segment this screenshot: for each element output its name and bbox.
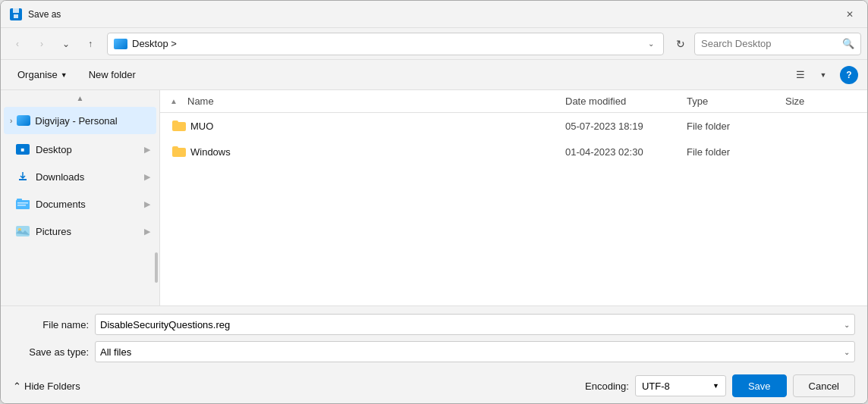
col-name-header[interactable]: Name [181, 96, 565, 107]
back-icon: ‹ [16, 39, 19, 49]
save-type-dropdown[interactable]: All files ⌄ [95, 341, 855, 362]
svg-rect-5 [17, 202, 28, 204]
svg-rect-2 [14, 14, 18, 18]
pin-icon: ▶ [144, 172, 150, 182]
svg-rect-1 [13, 8, 19, 13]
cancel-button[interactable]: Cancel [793, 374, 855, 397]
folder-icon [172, 121, 186, 131]
view-button[interactable]: ☰ [790, 64, 811, 86]
file-name-windows: Windows [166, 146, 565, 158]
documents-icon [16, 199, 30, 209]
close-icon: ✕ [846, 9, 854, 20]
close-button[interactable]: ✕ [832, 1, 867, 28]
file-type-muo: File folder [687, 121, 785, 132]
nav-bar: ‹ › ⌄ ↑ Desktop > ⌄ ↻ 🔍 [1, 28, 867, 60]
file-rows: MUO 05-07-2023 18:19 File folder Windows… [160, 113, 867, 305]
file-name-text-input[interactable] [100, 319, 844, 330]
title-bar: Save as ✕ [1, 1, 867, 28]
search-input[interactable] [701, 38, 842, 49]
help-icon: ? [846, 70, 851, 80]
forward-button[interactable]: › [31, 33, 52, 55]
back-button[interactable]: ‹ [7, 33, 28, 55]
dialog-title: Save as [28, 9, 832, 20]
help-button[interactable]: ? [840, 66, 858, 84]
view-chevron-button[interactable]: ▼ [813, 64, 834, 86]
file-name-row: File name: ⌄ [13, 314, 855, 335]
organise-chevron-icon: ▼ [61, 71, 68, 79]
save-type-chevron-icon[interactable]: ⌄ [844, 348, 850, 356]
organise-label: Organise [17, 69, 58, 80]
file-name-input[interactable]: ⌄ [95, 314, 855, 335]
location-icon [114, 39, 127, 49]
file-type-windows: File folder [687, 146, 785, 158]
refresh-button[interactable]: ↻ [670, 33, 691, 55]
sidebar-item-pictures[interactable]: Pictures ▶ [4, 218, 156, 244]
file-list-header: ▲ Name Date modified Type Size [160, 90, 867, 113]
cancel-label: Cancel [809, 381, 839, 392]
sidebar-item-label-pictures: Pictures [36, 226, 138, 237]
file-date-muo: 05-07-2023 18:19 [565, 121, 687, 132]
cloud-icon [17, 115, 30, 126]
search-box[interactable]: 🔍 [694, 33, 861, 55]
encoding-chevron-icon: ▼ [712, 382, 719, 390]
new-folder-button[interactable]: New folder [81, 64, 143, 86]
sort-arrow-icon: ▲ [77, 94, 84, 102]
bottom-section: File name: ⌄ Save as type: All files ⌄ ⌃ [1, 305, 867, 403]
sidebar-item-downloads[interactable]: Downloads ▶ [4, 164, 156, 189]
pictures-icon [16, 226, 30, 236]
save-type-value: All files [100, 346, 844, 358]
sidebar-item-desktop[interactable]: ■ Desktop ▶ [4, 136, 156, 162]
refresh-icon: ↻ [676, 38, 685, 50]
expand-icon: › [10, 117, 12, 125]
up-button[interactable]: ↑ [80, 33, 101, 55]
sidebar-item-documents[interactable]: Documents ▶ [4, 191, 156, 217]
encoding-label: Encoding: [585, 381, 629, 392]
svg-rect-6 [17, 205, 26, 206]
recent-locations-button[interactable]: ⌄ [55, 33, 77, 55]
hide-folders-button[interactable]: ⌃ Hide Folders [13, 381, 80, 392]
sidebar-scrollbar[interactable] [155, 252, 158, 283]
main-content: ▲ › Digvijay - Personal ■ Desktop ▶ [1, 90, 867, 305]
organise-button[interactable]: Organise ▼ [10, 64, 75, 86]
file-name-label: File name: [13, 319, 89, 330]
chevron-down-icon: ⌃ [13, 381, 21, 392]
svg-rect-7 [16, 226, 30, 236]
view-chevron-icon: ▼ [820, 71, 827, 79]
file-name-muo: MUO [166, 121, 565, 132]
chevron-down-icon: ⌄ [62, 39, 70, 49]
table-row[interactable]: Windows 01-04-2023 02:30 File folder [160, 139, 867, 164]
sidebar-item-label-desktop: Desktop [36, 144, 138, 155]
save-button[interactable]: Save [732, 374, 787, 397]
col-date-header[interactable]: Date modified [565, 96, 687, 107]
up-arrow-icon: ↑ [88, 39, 93, 49]
downloads-icon [16, 170, 30, 183]
sort-arrow: ▲ [166, 97, 181, 105]
table-row[interactable]: MUO 05-07-2023 18:19 File folder [160, 113, 867, 139]
encoding-value: UTF-8 [642, 381, 706, 392]
sidebar-item-label-downloads: Downloads [36, 171, 138, 183]
pin-icon: ▶ [144, 227, 150, 236]
encoding-dropdown[interactable]: UTF-8 ▼ [635, 375, 726, 396]
file-name-chevron-icon[interactable]: ⌄ [844, 321, 850, 329]
desktop-icon: ■ [16, 144, 30, 155]
address-chevron-icon[interactable]: ⌄ [645, 38, 657, 49]
sidebar-item-cloud[interactable]: › Digvijay - Personal [4, 107, 156, 134]
save-type-label: Save as type: [13, 346, 89, 358]
new-folder-label: New folder [89, 69, 136, 80]
hide-folders-label: Hide Folders [24, 381, 80, 392]
file-list: ▲ Name Date modified Type Size MUO 05-07… [160, 90, 867, 305]
col-size-header[interactable]: Size [785, 96, 861, 107]
svg-rect-4 [17, 199, 22, 202]
forward-icon: › [40, 39, 43, 49]
address-bar[interactable]: Desktop > ⌄ [107, 33, 664, 55]
sidebar-cloud-label: Digvijay - Personal [35, 115, 117, 127]
toolbar: Organise ▼ New folder ☰ ▼ ? [1, 60, 867, 90]
sidebar-item-label-documents: Documents [36, 199, 138, 210]
save-label: Save [748, 381, 771, 392]
col-type-header[interactable]: Type [687, 96, 785, 107]
form-rows: File name: ⌄ Save as type: All files ⌄ [1, 306, 867, 368]
pin-icon: ▶ [144, 145, 150, 155]
view-icon: ☰ [796, 69, 805, 80]
pin-icon: ▶ [144, 199, 150, 209]
dialog-icon [10, 8, 22, 20]
